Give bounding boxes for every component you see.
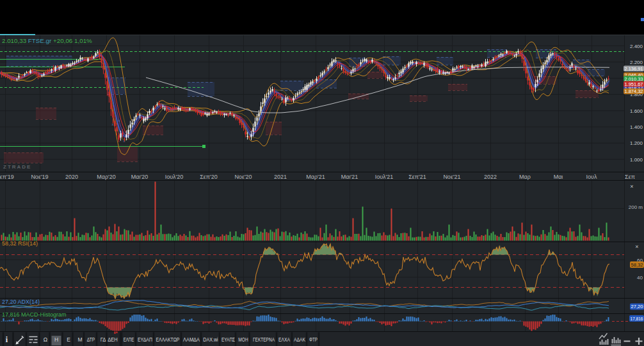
- svg-text:1.951,67: 1.951,67: [625, 81, 643, 87]
- svg-text:58,32: 58,32: [631, 262, 643, 268]
- svg-text:2.136,91: 2.136,91: [625, 66, 643, 72]
- svg-text:ΓΔ: ΓΔ: [101, 336, 106, 343]
- svg-text:Νοε'19: Νοε'19: [31, 174, 48, 180]
- svg-text:Μαρ: Μαρ: [519, 174, 531, 180]
- svg-text:Ε: Ε: [67, 336, 70, 343]
- svg-text:Σεπ'19: Σεπ'19: [0, 174, 14, 180]
- svg-text:ΕΥΑΠΣ: ΕΥΑΠΣ: [221, 336, 235, 343]
- svg-text:ΛΑΜΔΑ: ΛΑΜΔΑ: [183, 336, 200, 343]
- svg-text:17,816: 17,816: [631, 316, 643, 322]
- svg-text:Νοε'20: Νοε'20: [234, 174, 252, 180]
- svg-text:Μαρ'21: Μαρ'21: [306, 174, 325, 180]
- svg-text:Σεπ'21: Σεπ'21: [408, 174, 426, 180]
- svg-text:Η: Η: [54, 336, 58, 343]
- svg-text:58,32 RSI(14): 58,32 RSI(14): [2, 240, 38, 247]
- svg-text:Μ: Μ: [77, 336, 82, 343]
- svg-text:27,20: 27,20: [631, 304, 643, 309]
- svg-text:2022: 2022: [484, 174, 497, 180]
- svg-text:1.874,32: 1.874,32: [625, 88, 643, 94]
- svg-text:2.200: 2.200: [630, 60, 643, 65]
- svg-text:40: 40: [637, 275, 643, 281]
- svg-text:Μαι'20: Μαι'20: [131, 174, 148, 180]
- svg-text:ΕΛΠΕ: ΕΛΠΕ: [124, 336, 134, 343]
- svg-text:Σεπ'20: Σεπ'20: [200, 174, 218, 180]
- svg-text:2021: 2021: [274, 174, 287, 180]
- svg-text:27,20 ADX(14): 27,20 ADX(14): [2, 299, 40, 305]
- svg-text:ΑΔΑΚ: ΑΔΑΚ: [294, 336, 305, 343]
- svg-text:Ω: Ω: [44, 336, 47, 343]
- svg-text:ΕΛΛΑΚΤΩΡ: ΕΛΛΑΚΤΩΡ: [156, 336, 180, 343]
- svg-text:Μαι: Μαι: [554, 174, 563, 180]
- svg-text:ZTRADE: ZTRADE: [3, 164, 31, 170]
- svg-text:ΔΤΡ: ΔΤΡ: [87, 336, 95, 343]
- svg-text:ΦΤΡ: ΦΤΡ: [309, 336, 318, 343]
- svg-text:2020: 2020: [65, 174, 78, 180]
- svg-text:Μαι'21: Μαι'21: [341, 174, 358, 180]
- svg-text:2.400: 2.400: [630, 44, 643, 49]
- svg-text:200 m: 200 m: [629, 204, 643, 210]
- svg-text:ΔΕΗ: ΔΕΗ: [108, 336, 118, 343]
- svg-text:Ιουλ'20: Ιουλ'20: [165, 174, 184, 180]
- svg-text:×: ×: [635, 243, 638, 250]
- svg-text:1.200: 1.200: [630, 140, 643, 146]
- svg-text:ΜΟΗ: ΜΟΗ: [238, 336, 248, 343]
- svg-text:1.400: 1.400: [630, 124, 643, 130]
- svg-text:DAX.wi: DAX.wi: [203, 336, 218, 343]
- svg-text:Νοε'21: Νοε'21: [443, 174, 460, 180]
- svg-text:1.000: 1.000: [630, 157, 643, 163]
- svg-text:17,816 MACD-Histogram: 17,816 MACD-Histogram: [2, 311, 67, 318]
- svg-text:ΕΛΧΑ: ΕΛΧΑ: [278, 336, 290, 343]
- svg-text:ΓΕΚΤΕΡΝΑ: ΓΕΚΤΕΡΝΑ: [253, 336, 275, 343]
- svg-text:ΕΥΔΑΠ: ΕΥΔΑΠ: [138, 336, 152, 343]
- svg-text:Μαρ'20: Μαρ'20: [97, 174, 116, 180]
- svg-text:Σεπ: Σεπ: [625, 174, 635, 180]
- svg-text:×: ×: [630, 183, 633, 190]
- svg-text:x: x: [118, 119, 120, 122]
- svg-text:2.010,33 FTSE.gr +20,06 1,01%: 2.010,33 FTSE.gr +20,06 1,01%: [2, 37, 92, 44]
- svg-text:Ιουλ: Ιουλ: [586, 174, 597, 180]
- svg-text:1.600: 1.600: [630, 108, 643, 114]
- svg-text:Ιουλ'21: Ιουλ'21: [375, 174, 394, 180]
